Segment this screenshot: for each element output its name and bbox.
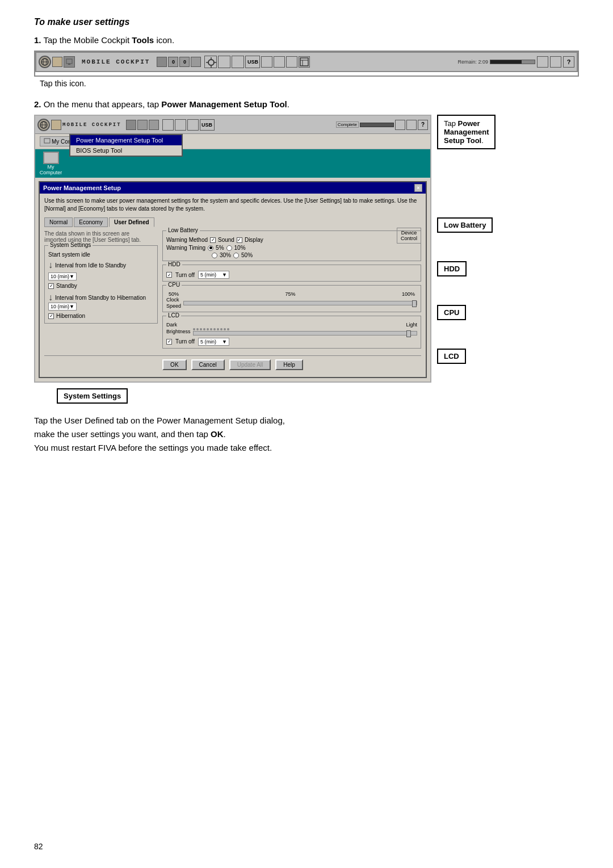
dialog-close-button[interactable]: × xyxy=(414,184,422,192)
step-2-text: 2. On the menu that appears, tap Power M… xyxy=(34,99,579,109)
tb2-icon-sig xyxy=(175,119,186,131)
dialog-title: Power Management Setup xyxy=(43,184,121,191)
cpu-title: CPU xyxy=(166,282,182,288)
step-1-text: 1. Tap the Mobile Cockpit Tools icon. xyxy=(34,35,579,45)
lcd-brightness-labels: Dark Light xyxy=(166,322,417,328)
hdd-title: HDD xyxy=(166,261,182,267)
cpu-callout: CPU xyxy=(437,305,466,320)
standby-label: Standby xyxy=(56,283,77,289)
tb-tools-icon[interactable] xyxy=(299,56,310,68)
arrow-icon-hibernation: ↓ xyxy=(48,292,53,303)
timing-10-label: 10% xyxy=(234,245,246,251)
update-all-button[interactable]: Update All xyxy=(229,359,271,370)
tab-normal[interactable]: Normal xyxy=(44,217,73,227)
section-title: To make user settings xyxy=(34,17,579,27)
cancel-button[interactable]: Cancel xyxy=(191,359,225,370)
tab-economy[interactable]: Economy xyxy=(74,217,108,227)
ok-button[interactable]: OK xyxy=(162,359,186,370)
interval-standby-row: ↓ Interval from Idle to Standby xyxy=(48,260,154,270)
low-battery-callout-wrapper: Low Battery xyxy=(437,217,579,233)
cpu-content: 50% 75% 100% ClockSpeed xyxy=(166,291,417,309)
hdd-callout: HDD xyxy=(437,261,467,276)
page-number: 82 xyxy=(34,842,43,851)
tb2-arrow-icon xyxy=(51,120,61,130)
dialog-body: Use this screen to make user power manag… xyxy=(40,194,426,377)
screenshot-2: MOBILE COCKPIT USB xyxy=(34,115,431,383)
my-computer-img xyxy=(43,152,59,164)
cpu-slider-track[interactable] xyxy=(183,301,417,305)
dialog-columns: The data shown in this screen areimporte… xyxy=(44,230,421,352)
tb2-complete: Complete xyxy=(336,121,359,128)
lcd-dots xyxy=(193,328,417,330)
taskbar-1: MOBILE COCKPIT 0 0 USB xyxy=(35,52,578,72)
svg-rect-3 xyxy=(66,59,72,64)
warning-timing-label: Warning Timing xyxy=(166,245,205,251)
dropdown-item-bios[interactable]: BIOS Setup Tool xyxy=(70,145,182,156)
standby-checkbox-row: Standby xyxy=(48,283,154,289)
tab-user-defined[interactable]: User Defined xyxy=(109,217,154,227)
lcd-content: Dark Light Brightness xyxy=(166,322,417,346)
lcd-slider-track[interactable] xyxy=(193,331,417,336)
warning-method-label: Warning Method xyxy=(166,237,208,243)
lcd-turn-off-dropdown[interactable]: 5 (min)▼ xyxy=(198,338,229,346)
instruction-line-1: Tap the User Defined tab on the Power Ma… xyxy=(34,414,579,427)
hdd-turn-off-checkbox[interactable] xyxy=(166,272,172,278)
start-idle-label: Start system idle xyxy=(48,251,154,258)
timing-10-radio[interactable] xyxy=(226,245,232,251)
timing-5-radio[interactable] xyxy=(208,245,213,251)
taskbar-icon-arrow xyxy=(52,57,62,67)
my-computer-icon: MyComputer xyxy=(35,149,66,178)
cpu-slider-row: ClockSpeed xyxy=(166,297,417,309)
tb-icon-volume xyxy=(232,56,244,68)
instruction-line-2: make the user settings you want, and the… xyxy=(34,427,579,441)
step-2: 2. On the menu that appears, tap Power M… xyxy=(34,99,579,404)
svg-point-5 xyxy=(208,60,214,65)
tb-icon-wifi xyxy=(261,56,272,68)
display-checkbox[interactable] xyxy=(237,237,242,243)
screenshot-column: MOBILE COCKPIT USB xyxy=(34,115,431,404)
instruction-block: Tap the User Defined tab on the Power Ma… xyxy=(34,414,579,455)
tb-icon-settings[interactable] xyxy=(204,56,217,68)
hibernation-dropdown[interactable]: 10 (min)▼ xyxy=(48,303,77,311)
callout-column: Tap PowerManagementSetup Tool. Low Batte… xyxy=(431,115,579,404)
cpu-slider-thumb[interactable] xyxy=(412,300,417,307)
tb2-icon-vol xyxy=(187,119,199,131)
hdd-group: HDD Turn off 5 (min)▼ xyxy=(162,265,421,282)
tb-help[interactable]: ? xyxy=(563,56,574,68)
system-settings-callout: System Settings xyxy=(57,388,128,404)
lcd-turn-off-checkbox[interactable] xyxy=(166,339,172,345)
tb-usb: USB xyxy=(245,56,260,68)
hibernation-checkbox[interactable] xyxy=(48,313,54,319)
tb2-icon-settings xyxy=(162,119,174,131)
lcd-slider-area xyxy=(193,328,417,336)
standby-checkbox[interactable] xyxy=(48,283,54,289)
hdd-dropdown[interactable]: 5 (min)▼ xyxy=(198,271,229,279)
standby-dropdown[interactable]: 10 (min)▼ xyxy=(48,272,77,280)
interval-hibernation-row: ↓ Interval from Standby to Hibernation xyxy=(48,292,154,303)
timing-50-radio[interactable] xyxy=(233,253,239,258)
lcd-brightness-row: Brightness xyxy=(166,328,417,336)
tb2-title: MOBILE COCKPIT xyxy=(62,122,121,128)
tb-icon-2[interactable]: 0 xyxy=(168,57,178,67)
tb-icon-4[interactable] xyxy=(191,57,201,67)
taskbar-icon-monitor xyxy=(64,56,75,68)
dropdown-item-power[interactable]: Power Management Setup Tool xyxy=(70,135,182,145)
interval-hibernation-label: Interval from Standby to Hibernation xyxy=(55,295,154,301)
sound-checkbox[interactable] xyxy=(210,237,216,243)
power-mgmt-bold: Power Management Setup Tool xyxy=(161,99,287,109)
step-1: 1. Tap the Mobile Cockpit Tools icon. MO… xyxy=(34,35,579,88)
tb-icon-3[interactable]: 0 xyxy=(179,57,190,67)
hdd-content: Turn off 5 (min)▼ xyxy=(166,271,417,279)
left-col-desc: The data shown in this screen areimporte… xyxy=(44,230,158,243)
taskbar-1-title: MOBILE COCKPIT xyxy=(82,58,150,65)
dropdown-area: My Computer Power Management Setup Tool … xyxy=(35,134,430,381)
lcd-dark-label: Dark xyxy=(166,322,177,328)
tb2-right: Complete ? xyxy=(336,120,428,130)
help-button[interactable]: Help xyxy=(275,359,303,370)
lcd-slider-thumb[interactable] xyxy=(406,330,411,337)
tb2-icon-3 xyxy=(149,120,159,130)
timing-30-radio[interactable] xyxy=(212,253,217,258)
system-settings-callout-wrapper: System Settings xyxy=(34,388,431,404)
tb-icon-1[interactable] xyxy=(157,57,167,67)
step-1-number: 1. xyxy=(34,35,41,45)
